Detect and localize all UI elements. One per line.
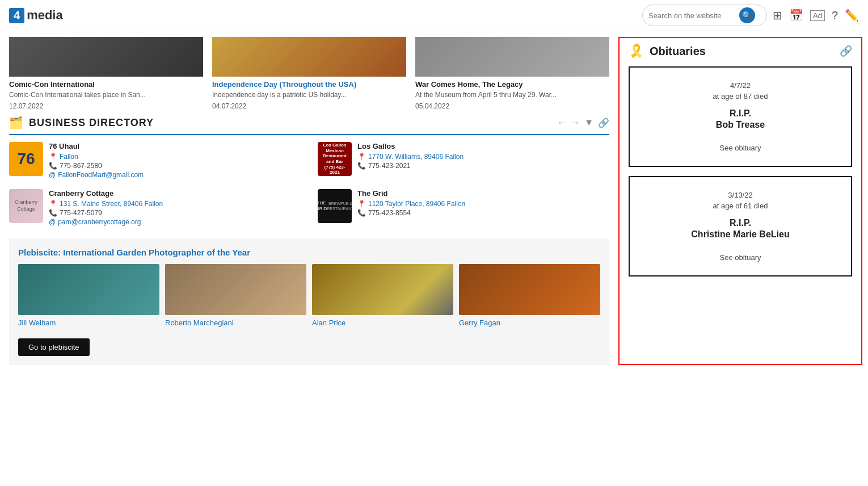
obituaries-title: Obituaries — [650, 45, 706, 58]
news-card-img-war — [415, 37, 609, 77]
search-box: 🔍 — [642, 5, 767, 26]
biz-info-losgallos: Los Gallos 📍 1770 W. Williams, 89406 Fal… — [357, 142, 464, 171]
photo-name-1: Jill Welham — [18, 319, 159, 327]
biz-logo-losgallos: Los GallosMexicanRestaurantand Bar(775) … — [318, 142, 352, 176]
news-card-1-title: Comic-Con International — [9, 80, 203, 89]
obituaries-icon: 🎗️ — [629, 44, 644, 58]
edit-icon[interactable]: ✏️ — [845, 9, 859, 22]
biz-phone-76uhaul: 📞 775-867-2580 — [49, 162, 144, 170]
news-card-img-independence — [212, 37, 406, 77]
photo-item-2: Roberto Marchegiani — [165, 264, 306, 327]
obit-rip-2: R.I.P. — [639, 218, 842, 228]
obituaries-sidebar: 🎗️ Obituaries 🔗 4/7/22 at age of 87 died… — [618, 37, 862, 365]
news-card-1: Comic-Con International Comic-Con Intern… — [9, 37, 203, 110]
news-card-2-date: 04.07.2022 — [212, 102, 246, 110]
news-card-3-desc: At the Museum from April 5 thru May 29. … — [415, 91, 609, 99]
obit-name-1: Bob Trease — [639, 120, 842, 130]
business-directory-title: BUSINESS DIRECTORY — [29, 117, 551, 129]
photo-item-4: Gerry Fagan — [459, 264, 600, 327]
obit-date-2: 3/13/22 — [639, 191, 842, 199]
email-icon-76uhaul: @ — [49, 171, 56, 179]
ad-icon[interactable]: Ad — [810, 10, 825, 21]
plebiscite-title: Plebiscite: International Garden Photogr… — [18, 248, 600, 257]
location-icon-76uhaul: 📍 — [49, 153, 57, 161]
news-cards: Comic-Con International Comic-Con Intern… — [9, 37, 609, 110]
obit-see-link-1[interactable]: See obituary — [639, 144, 842, 152]
phone-icon-cranberry: 📞 — [49, 209, 57, 217]
left-content: Comic-Con International Comic-Con Intern… — [0, 31, 618, 371]
biz-info-cranberry: Cranberry Cottage 📍 131 S. Maine Street,… — [49, 189, 163, 227]
biz-phone-thegrid: 📞 775-423-8554 — [357, 209, 465, 217]
business-item-76uhaul: 76 76 Uhaul 📍 Fallon 📞 775-867-2580 @ — [9, 142, 301, 180]
news-card-2: Independence Day (Throughout the USA) In… — [212, 37, 406, 110]
obituaries-link-icon[interactable]: 🔗 — [840, 45, 852, 57]
biz-info-76uhaul: 76 Uhaul 📍 Fallon 📞 775-867-2580 @ Fallo… — [49, 142, 144, 180]
biz-name-losgallos: Los Gallos — [357, 142, 464, 150]
business-directory-nav: ← → ▼ 🔗 — [557, 118, 609, 128]
news-card-2-desc: Independence day is a patriotic US holid… — [212, 91, 406, 99]
obit-see-link-2[interactable]: See obituary — [639, 253, 842, 262]
obit-rip-1: R.I.P. — [639, 108, 842, 119]
biz-location-thegrid: 📍 1120 Taylor Place, 89406 Fallon — [357, 200, 465, 208]
photo-name-3: Alan Price — [312, 319, 453, 327]
biz-location-losgallos: 📍 1770 W. Williams, 89406 Fallon — [357, 153, 464, 161]
business-directory-header: 🗂️ BUSINESS DIRECTORY ← → ▼ 🔗 — [9, 116, 609, 135]
business-directory: 🗂️ BUSINESS DIRECTORY ← → ▼ 🔗 76 76 Uhau… — [9, 116, 609, 227]
news-card-1-desc: Comic-Con International takes place in S… — [9, 91, 203, 99]
biz-name-76uhaul: 76 Uhaul — [49, 142, 144, 150]
biz-logo-thegrid: THEGRIDBREWPUB &RESTAURANT — [318, 189, 352, 223]
biz-location-76uhaul: 📍 Fallon — [49, 153, 144, 161]
logo-icon: 4 — [9, 8, 24, 23]
header-right: 🔍 ⊞ 📅 Ad ? ✏️ — [642, 5, 859, 26]
grid-icon[interactable]: ⊞ — [773, 9, 782, 22]
main-container: Comic-Con International Comic-Con Intern… — [0, 31, 868, 371]
news-card-3-date: 05.04.2022 — [415, 102, 449, 110]
logo-text: media — [27, 8, 63, 23]
location-icon-thegrid: 📍 — [357, 200, 366, 208]
obituary-card-1: 4/7/22 at age of 87 died R.I.P. Bob Trea… — [629, 66, 852, 167]
biz-logo-cranberry: CranberryCottage — [9, 189, 43, 223]
header-icons: ⊞ 📅 Ad ? ✏️ — [773, 9, 859, 22]
biz-phone-cranberry: 📞 775-427-5079 — [49, 209, 163, 217]
obituaries-header: 🎗️ Obituaries 🔗 — [629, 44, 852, 58]
business-grid: 76 76 Uhaul 📍 Fallon 📞 775-867-2580 @ — [9, 142, 609, 227]
biz-info-thegrid: The Grid 📍 1120 Taylor Place, 89406 Fall… — [357, 189, 465, 218]
logo: 4 media — [9, 8, 63, 23]
briefcase-icon: 🗂️ — [9, 116, 23, 129]
photo-thumb-1 — [18, 264, 159, 315]
biz-email-cranberry: @ pam@cranberrycottage.org — [49, 218, 163, 226]
obit-subtitle-2: at age of 61 died — [639, 202, 842, 210]
biz-email-76uhaul: @ FallonFoodMart@gmail.com — [49, 171, 144, 179]
phone-icon-76uhaul: 📞 — [49, 162, 57, 170]
biz-phone-losgallos: 📞 775-423-2021 — [357, 162, 464, 170]
location-icon-losgallos: 📍 — [357, 153, 366, 161]
photo-name-4: Gerry Fagan — [459, 319, 600, 327]
obit-date-1: 4/7/22 — [639, 81, 842, 90]
help-icon[interactable]: ? — [832, 9, 838, 22]
go-to-plebiscite-button[interactable]: Go to plebiscite — [18, 338, 90, 356]
obituary-card-2: 3/13/22 at age of 61 died R.I.P. Christi… — [629, 176, 852, 276]
business-item-thegrid: THEGRIDBREWPUB &RESTAURANT The Grid 📍 11… — [318, 189, 609, 227]
nav-next[interactable]: → — [571, 118, 580, 128]
biz-logo-76: 76 — [9, 142, 43, 176]
photo-thumb-3 — [312, 264, 453, 315]
search-button[interactable]: 🔍 — [739, 7, 755, 23]
nav-link[interactable]: 🔗 — [598, 118, 609, 128]
obit-name-2: Christine Marie BeLieu — [639, 229, 842, 240]
email-icon-cranberry: @ — [49, 218, 56, 226]
news-card-3: War Comes Home, The Legacy At the Museum… — [415, 37, 609, 110]
phone-icon-thegrid: 📞 — [357, 209, 366, 217]
phone-icon-losgallos: 📞 — [357, 162, 366, 170]
photo-item-1: Jill Welham — [18, 264, 159, 327]
photo-grid: Jill Welham Roberto Marchegiani Alan Pri… — [18, 264, 600, 327]
header: 4 media 🔍 ⊞ 📅 Ad ? ✏️ — [0, 0, 868, 31]
search-input[interactable] — [648, 11, 739, 20]
business-item-losgallos: Los GallosMexicanRestaurantand Bar(775) … — [318, 142, 609, 180]
nav-dropdown[interactable]: ▼ — [584, 118, 593, 128]
obituaries-header-left: 🎗️ Obituaries — [629, 44, 706, 58]
nav-prev[interactable]: ← — [557, 118, 566, 128]
photo-item-3: Alan Price — [312, 264, 453, 327]
photo-name-2: Roberto Marchegiani — [165, 319, 306, 327]
photo-thumb-4 — [459, 264, 600, 315]
calendar-icon[interactable]: 📅 — [789, 9, 803, 22]
